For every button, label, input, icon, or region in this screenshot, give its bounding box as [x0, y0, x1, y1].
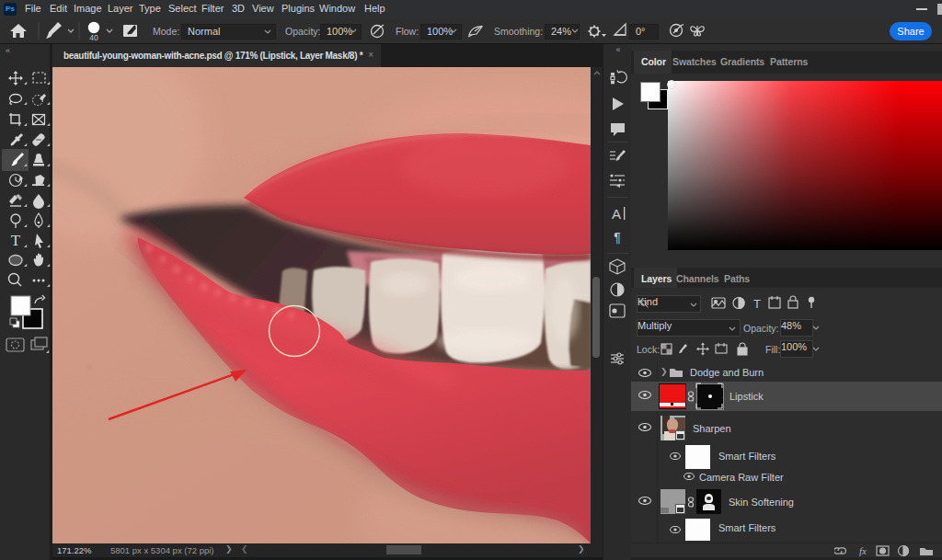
svg-text:«: « — [615, 45, 620, 54]
svg-text:T: T — [753, 297, 761, 311]
svg-text:«: « — [6, 46, 10, 55]
svg-text:T: T — [11, 232, 21, 249]
svg-text:A: A — [612, 206, 621, 222]
svg-text:fx: fx — [859, 545, 867, 556]
svg-text:40: 40 — [89, 33, 98, 42]
svg-text:¶: ¶ — [614, 230, 621, 245]
